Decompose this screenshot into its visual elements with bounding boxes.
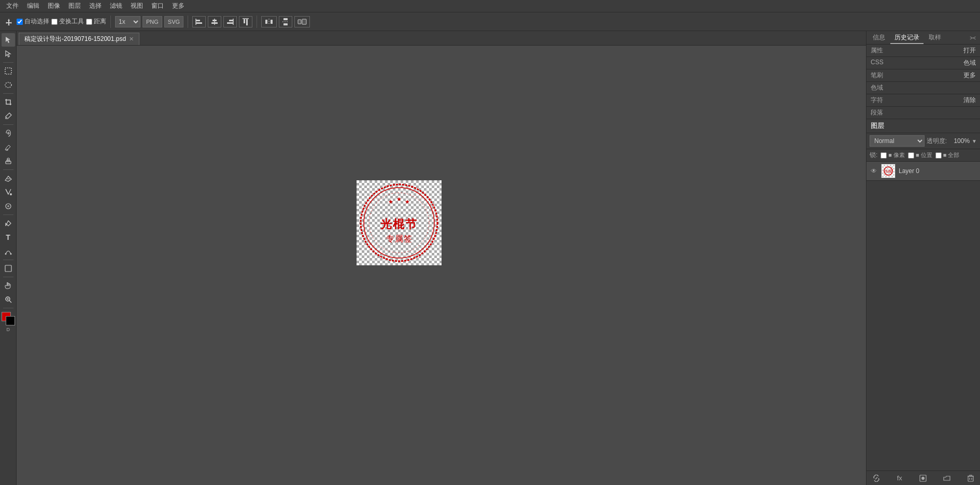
layers-bottom-toolbar: fx xyxy=(867,470,980,485)
add-group-btn[interactable] xyxy=(941,474,953,483)
svg-rect-19 xyxy=(298,20,301,24)
tab-info[interactable]: 信息 xyxy=(869,32,889,44)
distance-checkbox[interactable]: 距离 xyxy=(86,17,106,26)
canvas-area: 稿定设计导出-20190716-152001.psd ✕ ★ ★ xyxy=(17,31,866,485)
fill-tool-btn[interactable] xyxy=(2,186,15,199)
default-colors-btn[interactable]: D xyxy=(7,327,10,332)
info-value-css[interactable]: 色域 xyxy=(963,59,976,67)
tab-history[interactable]: 历史记录 xyxy=(890,32,924,44)
path-select-btn[interactable] xyxy=(2,245,15,258)
info-value-attr[interactable]: 打开 xyxy=(963,46,976,55)
stamp-tool-btn[interactable] xyxy=(2,154,15,168)
distribute-h-btn[interactable] xyxy=(261,16,277,27)
menu-layer[interactable]: 图层 xyxy=(64,1,85,11)
png-btn[interactable]: PNG xyxy=(143,16,162,27)
tool-sep-7 xyxy=(3,277,13,277)
menu-edit[interactable]: 编辑 xyxy=(23,1,44,11)
canvas-tab[interactable]: 稿定设计导出-20190716-152001.psd ✕ xyxy=(19,33,139,45)
svg-rect-1 xyxy=(196,20,200,21)
add-link-btn[interactable] xyxy=(871,474,882,483)
blur-tool-btn[interactable] xyxy=(2,199,15,213)
eyedropper-tool-btn[interactable] xyxy=(2,109,15,123)
tool-sep-3 xyxy=(3,124,13,125)
crop-tool-btn[interactable] xyxy=(2,95,15,109)
layer-name: Layer 0 xyxy=(899,167,977,175)
pen-tool-btn[interactable] xyxy=(2,217,15,230)
lock-pixel-checkbox[interactable]: ■ 像素 xyxy=(880,151,905,159)
menu-window[interactable]: 窗口 xyxy=(147,1,168,11)
info-row-char: 字符 清除 xyxy=(867,94,980,107)
zoom-tool-btn[interactable] xyxy=(2,293,15,306)
blend-mode-select[interactable]: Normal Multiply Screen Overlay xyxy=(870,135,925,147)
resize-btn[interactable] xyxy=(294,16,310,27)
hand-tool-btn[interactable] xyxy=(2,279,15,292)
info-value-char[interactable]: 清除 xyxy=(963,96,976,105)
erase-tool-btn[interactable] xyxy=(2,172,15,185)
add-mask-btn[interactable] xyxy=(917,474,929,483)
opacity-value[interactable]: 100% xyxy=(949,137,970,145)
color-swatch[interactable] xyxy=(2,312,15,325)
layers-list[interactable]: 👁 光棍 Layer 0 xyxy=(867,162,980,470)
align-right-btn[interactable] xyxy=(223,16,237,27)
brush-tool-btn[interactable] xyxy=(2,140,15,154)
rectangle-select-btn[interactable] xyxy=(2,64,15,78)
svg-point-24 xyxy=(6,149,8,151)
svg-point-23 xyxy=(6,117,7,118)
svg-btn[interactable]: SVG xyxy=(164,16,183,27)
spot-heal-btn[interactable] xyxy=(2,126,15,140)
layer-thumb-inner: 光棍 xyxy=(882,165,894,177)
info-row-css: CSS 色域 xyxy=(867,57,980,69)
info-row-para: 段落 xyxy=(867,107,980,119)
svg-marker-0 xyxy=(6,19,12,25)
menu-view[interactable]: 视图 xyxy=(126,1,147,11)
tab-sample[interactable]: 取样 xyxy=(925,32,945,44)
svg-rect-11 xyxy=(246,19,248,25)
stamp-image: ★ ★ ★ 光棍节 专属签 xyxy=(357,180,442,265)
opacity-arrow[interactable]: ▼ xyxy=(972,138,977,144)
align-center-h-btn[interactable] xyxy=(208,16,221,27)
shape-tool-btn[interactable] xyxy=(2,262,15,275)
auto-select-checkbox[interactable]: 自动选择 xyxy=(17,17,49,26)
info-label-char: 字符 xyxy=(871,96,886,105)
tool-sep-5 xyxy=(3,215,13,215)
lock-all-checkbox[interactable]: ■ 全部 xyxy=(935,151,960,159)
layer-visibility-toggle[interactable]: 👁 xyxy=(870,167,878,175)
selection-tool-btn[interactable] xyxy=(2,33,15,47)
toolbar-sep-2 xyxy=(188,16,188,28)
menu-more[interactable]: 更多 xyxy=(168,1,189,11)
tab-close-btn[interactable]: ✕ xyxy=(129,36,134,42)
svg-rect-10 xyxy=(244,19,245,23)
distribute-v-btn[interactable] xyxy=(279,16,292,27)
menu-bar: 文件 编辑 图像 图层 选择 滤镜 视图 窗口 更多 xyxy=(0,0,980,12)
svg-point-22 xyxy=(5,82,11,88)
layers-controls: Normal Multiply Screen Overlay 透明度: 100%… xyxy=(867,133,980,149)
add-fx-btn[interactable]: fx xyxy=(895,473,904,483)
svg-rect-17 xyxy=(283,23,288,25)
right-panel-collapse-btn[interactable]: >< xyxy=(968,34,978,42)
menu-file[interactable]: 文件 xyxy=(2,1,23,11)
lock-position-checkbox[interactable]: ■ 位置 xyxy=(908,151,932,159)
direct-select-btn[interactable] xyxy=(2,47,15,61)
lasso-tool-btn[interactable] xyxy=(2,78,15,92)
tool-sep-2 xyxy=(3,93,13,94)
menu-select[interactable]: 选择 xyxy=(85,1,106,11)
svg-rect-35 xyxy=(5,265,11,272)
align-top-btn[interactable] xyxy=(239,16,252,27)
info-row-attr: 属性 打开 xyxy=(867,45,980,57)
svg-rect-7 xyxy=(229,20,233,21)
menu-image[interactable]: 图像 xyxy=(44,1,64,11)
layer-item[interactable]: 👁 光棍 Layer 0 xyxy=(867,162,980,181)
delete-layer-btn[interactable] xyxy=(965,474,976,483)
info-value-brush[interactable]: 更多 xyxy=(963,71,976,80)
align-left-btn[interactable] xyxy=(192,16,206,27)
zoom-level-select[interactable]: 1x 2x 0.5x xyxy=(115,16,140,27)
tools-panel: T xyxy=(0,31,17,485)
lock-all-label: ■ 全部 xyxy=(943,151,960,159)
transform-tool-checkbox[interactable]: 变换工具 xyxy=(51,17,84,26)
background-color[interactable] xyxy=(6,316,15,325)
tool-sep-6 xyxy=(3,260,13,260)
menu-filter[interactable]: 滤镜 xyxy=(106,1,126,11)
text-tool-btn[interactable]: T xyxy=(2,231,15,244)
move-tool-btn[interactable] xyxy=(3,17,15,26)
svg-rect-8 xyxy=(227,22,233,24)
